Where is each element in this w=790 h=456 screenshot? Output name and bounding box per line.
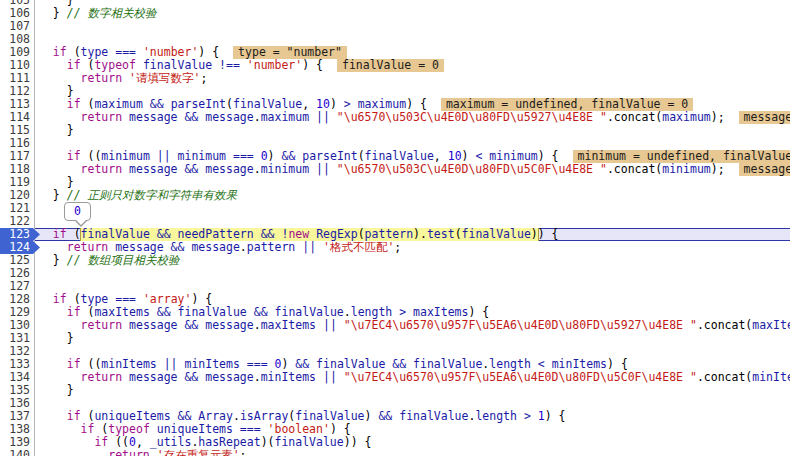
code-token: maximum xyxy=(358,98,406,111)
code-text: return '存在重复元素'; xyxy=(35,449,790,456)
code-text: if (type === 'number') {type = "number" xyxy=(35,46,790,59)
code-token: ( xyxy=(358,228,365,241)
code-token: && xyxy=(295,358,309,371)
code-token: Array xyxy=(198,410,233,423)
code-line: 124 return message && message.pattern ||… xyxy=(0,241,790,254)
code-line: 130 return message && message.maxItems |… xyxy=(0,319,790,332)
code-line: 107 xyxy=(0,20,790,33)
code-token: ) xyxy=(330,98,344,111)
code-token: } xyxy=(39,124,74,137)
code-token xyxy=(171,228,178,241)
code-token: && xyxy=(378,410,392,423)
code-token: 'array' xyxy=(143,293,191,306)
code-token: . xyxy=(344,306,351,319)
code-token: length xyxy=(489,358,531,371)
code-token: || xyxy=(323,319,337,332)
code-token: .concat( xyxy=(697,319,752,332)
code-token: message xyxy=(115,241,163,254)
code-token xyxy=(143,98,150,111)
code-text xyxy=(35,397,790,410)
code-token: } xyxy=(39,384,74,397)
code-token: ) { xyxy=(330,423,351,436)
code-token: "\u7EC4\u6570\u957F\u5EA6\u4E0D\u80FD\u5… xyxy=(344,319,697,332)
code-token: parseInt xyxy=(171,98,226,111)
code-token: (( xyxy=(108,436,129,449)
code-token: ( xyxy=(226,98,233,111)
code-token: ) { xyxy=(607,358,628,371)
code-token xyxy=(39,319,81,332)
code-token: uniqueItems xyxy=(157,423,233,436)
code-token: new xyxy=(288,228,309,241)
code-line: 140 return '存在重复元素'; xyxy=(0,449,790,456)
code-token: && xyxy=(254,306,268,319)
code-line: 115 } xyxy=(0,124,790,137)
code-token xyxy=(122,72,129,85)
code-token xyxy=(330,163,337,176)
code-token: ; xyxy=(200,72,207,85)
gutter-line-number[interactable]: 140 xyxy=(0,449,35,456)
code-token: . xyxy=(254,111,261,124)
code-text: if (type === 'array') { xyxy=(35,293,790,306)
code-token: if xyxy=(67,410,81,423)
line-number[interactable]: 140 xyxy=(0,449,34,456)
code-token: , xyxy=(136,436,150,449)
code-token: (( xyxy=(81,150,102,163)
code-token: } xyxy=(39,254,67,267)
code-token xyxy=(39,293,53,306)
code-token xyxy=(240,358,247,371)
code-token: return xyxy=(81,163,123,176)
code-token: maximum xyxy=(662,111,710,124)
code-text: } xyxy=(35,384,790,397)
code-token xyxy=(531,358,538,371)
code-line: 127 xyxy=(0,280,790,293)
code-token: . xyxy=(254,319,261,332)
code-token: && xyxy=(178,410,192,423)
code-token: .concat( xyxy=(607,111,662,124)
code-text: if (maximum && parseInt(finalValue, 10) … xyxy=(35,98,790,111)
code-token: _utils xyxy=(150,436,192,449)
code-token: && xyxy=(281,150,295,163)
code-token xyxy=(39,371,81,384)
code-token xyxy=(122,111,129,124)
code-token: ). xyxy=(413,228,427,241)
code-token: // 正则只对数字和字符串有效果 xyxy=(67,189,237,202)
code-token: minItems xyxy=(261,371,316,384)
code-token: minimum xyxy=(261,163,309,176)
code-token: .concat( xyxy=(697,371,752,384)
code-token: if xyxy=(67,150,81,163)
code-token: } xyxy=(39,189,67,202)
inline-value-badge: message = undefined xyxy=(739,111,790,124)
inline-value-badge: maximum = undefined, finalValue = 0 xyxy=(441,98,693,111)
code-text: } xyxy=(35,332,790,345)
code-token: && xyxy=(157,228,171,241)
inline-value-badge: type = "number" xyxy=(233,46,347,59)
code-token: ( xyxy=(67,46,81,59)
code-line: 133 if ((minItems || minItems === 0) && … xyxy=(0,358,790,371)
code-token: if xyxy=(67,98,81,111)
code-token: type xyxy=(81,293,109,306)
code-token: isArray xyxy=(240,410,288,423)
code-text: } // 数组项目相关校验 xyxy=(35,254,790,267)
code-token xyxy=(39,410,67,423)
code-token: } xyxy=(39,176,74,189)
code-token: . xyxy=(233,410,240,423)
code-token xyxy=(240,59,247,72)
code-token: maxItems xyxy=(752,319,790,332)
code-token: )) { xyxy=(344,436,372,449)
code-token: || xyxy=(157,150,171,163)
code-token: maximum xyxy=(261,111,309,124)
code-token: 10 xyxy=(448,150,462,163)
code-token: } xyxy=(39,0,74,7)
code-token: if xyxy=(67,306,81,319)
code-token xyxy=(136,293,143,306)
code-text: } xyxy=(35,0,790,7)
code-line: 117 if ((minimum || minimum === 0) && pa… xyxy=(0,150,790,163)
code-token: 10 xyxy=(316,98,330,111)
popover-value: 0 xyxy=(74,204,81,218)
code-token: ( xyxy=(81,98,95,111)
code-token: maxItems xyxy=(94,306,149,319)
code-token: 1 xyxy=(538,410,545,423)
code-token xyxy=(39,98,67,111)
source-editor: 105 }106 } // 数字相关校验107108109 if (type =… xyxy=(0,0,790,456)
code-token: // 数组项目相关校验 xyxy=(67,254,180,267)
